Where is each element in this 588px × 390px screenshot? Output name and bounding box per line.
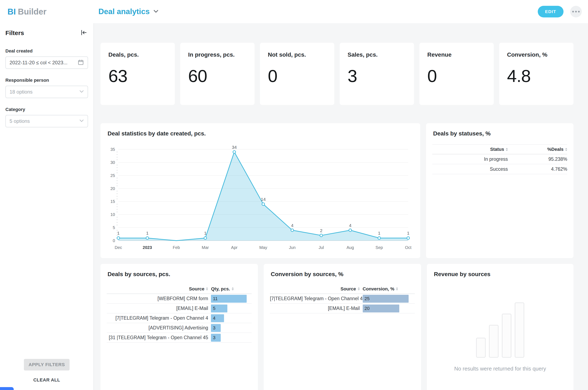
sources-table-header: Source Qty, pcs.	[107, 284, 252, 294]
column-header-deals-percent[interactable]: %Deals	[508, 147, 567, 152]
deal-created-input[interactable]: 2022-11-20 ≤ col < 2023...	[5, 56, 88, 69]
bar-value: 25	[363, 296, 370, 301]
source-label: [31 |TELEGRAM] Telegram - Open Channel 4…	[107, 335, 211, 341]
svg-text:Dec: Dec	[115, 245, 122, 250]
bar: 5	[211, 304, 227, 312]
sort-icon[interactable]	[396, 287, 398, 291]
bar-value: 3	[211, 325, 215, 331]
logo-builder: Builder	[18, 7, 47, 16]
statuses-table: Status %Deals In progress 95.238%	[432, 144, 567, 174]
sort-icon[interactable]	[565, 148, 567, 151]
chevron-down-icon	[79, 119, 84, 123]
empty-state-message: No results were returned for this query	[454, 366, 546, 372]
deals-by-sources-table: Source Qty, pcs. [WEBFORM] CRM form 11	[107, 284, 252, 343]
panel-title: Deals by sources, pcs.	[108, 271, 252, 278]
responsible-person-select[interactable]: 18 options	[5, 86, 88, 98]
sort-icon[interactable]	[506, 148, 508, 151]
svg-text:2023: 2023	[143, 245, 152, 250]
calendar-icon	[78, 59, 84, 66]
svg-text:30: 30	[111, 160, 115, 165]
source-label: [7|TELEGRAM] Telegram - Open Channel 4	[107, 315, 211, 321]
row-sources: Deals by sources, pcs. Source Qty, pcs.	[101, 264, 574, 390]
column-header-conversion[interactable]: Conversion, %	[363, 286, 398, 292]
kpi-label: Deals, pcs.	[108, 51, 167, 58]
bar: 11	[211, 295, 247, 303]
dashboard-title-dropdown[interactable]: Deal analytics	[98, 7, 158, 16]
kpi-card-deals: Deals, pcs. 63	[101, 43, 175, 105]
collapse-sidebar-button[interactable]	[79, 29, 88, 37]
source-label: [WEBFORM] CRM form	[107, 296, 211, 301]
kpi-card-not-sold: Not sold, pcs. 0	[260, 43, 334, 105]
more-options-button[interactable]	[570, 6, 582, 17]
bar-area: 5	[211, 304, 251, 312]
clear-all-button[interactable]: CLEAR ALL	[32, 377, 61, 383]
chevron-down-icon	[153, 10, 158, 14]
svg-text:20: 20	[111, 186, 115, 191]
svg-text:Sep: Sep	[376, 245, 383, 250]
sort-icon[interactable]	[206, 287, 208, 291]
svg-text:25: 25	[111, 173, 115, 178]
svg-text:1: 1	[146, 231, 149, 236]
bar-area: 3	[211, 324, 251, 332]
deal-created-value: 2022-11-20 ≤ col < 2023...	[9, 60, 67, 66]
kpi-card-sales: Sales, pcs. 3	[340, 43, 414, 105]
filter-field-deal-created: Deal created 2022-11-20 ≤ col < 2023...	[5, 48, 88, 69]
kpi-card-in-progress: In progress, pcs. 60	[180, 43, 255, 105]
chat-widget-cutoff[interactable]	[0, 387, 14, 390]
collapse-panel-icon	[80, 33, 87, 36]
svg-text:34: 34	[232, 145, 237, 149]
kpi-value: 4.8	[507, 66, 566, 86]
kpi-label: Revenue	[427, 51, 486, 58]
category-select[interactable]: 5 options	[5, 115, 88, 127]
svg-text:5: 5	[113, 225, 115, 230]
column-header-label: Qty, pcs.	[211, 286, 230, 292]
sort-icon[interactable]	[358, 287, 360, 291]
sort-icon[interactable]	[232, 287, 234, 291]
column-header-source[interactable]: Source	[107, 286, 211, 292]
column-header-qty[interactable]: Qty, pcs.	[211, 286, 234, 292]
sidebar-footer: APPLY FILTERS CLEAR ALL	[5, 359, 88, 383]
topbar: BI Builder Deal analytics EDIT	[0, 0, 588, 23]
conversion-by-sources-panel: Conversion by sources, % Source Conversi…	[264, 264, 421, 390]
column-header-status[interactable]: Status	[432, 147, 508, 152]
table-row: [WEBFORM] CRM form 11	[107, 294, 252, 304]
line-chart-svg: 05101520253035111341442411Dec2023FebMarA…	[107, 139, 414, 251]
bar: 3	[211, 324, 221, 332]
table-row: [31 |TELEGRAM] Telegram - Open Channel 4…	[107, 333, 252, 343]
filters-heading: Filters	[5, 29, 24, 37]
svg-text:4: 4	[349, 223, 352, 228]
source-label: [EMAIL] E-Mail	[107, 306, 211, 311]
svg-text:1: 1	[204, 231, 207, 236]
apply-filters-button[interactable]: APPLY FILTERS	[24, 359, 69, 371]
table-row: [EMAIL] E-Mail 5	[107, 304, 252, 313]
column-header-label: Status	[490, 147, 504, 152]
revenue-by-sources-panel: Revenue by sources No results were retur…	[427, 264, 574, 390]
svg-text:Mar: Mar	[202, 245, 209, 250]
page-title: Deal analytics	[98, 7, 150, 16]
svg-text:1: 1	[407, 231, 410, 236]
kpi-value: 63	[108, 66, 167, 86]
column-header-source[interactable]: Source	[270, 286, 363, 292]
filters-sidebar: Filters Deal created 2022-11-20 ≤ col < …	[0, 23, 94, 390]
svg-text:2: 2	[320, 228, 322, 233]
kpi-card-revenue: Revenue 0	[419, 43, 494, 105]
table-row: [ADVERTISING] Advertising 3	[107, 323, 252, 333]
svg-text:35: 35	[111, 147, 115, 152]
bar-value: 3	[211, 335, 215, 341]
filter-field-category: Category 5 options	[5, 107, 88, 127]
responsible-person-value: 18 options	[9, 89, 33, 95]
bar-value: 4	[211, 316, 215, 321]
svg-text:Feb: Feb	[173, 245, 180, 250]
svg-text:10: 10	[111, 212, 115, 217]
edit-button[interactable]: EDIT	[538, 6, 564, 17]
bar-area: 25	[363, 295, 415, 303]
kpi-row: Deals, pcs. 63 In progress, pcs. 60 Not …	[101, 43, 574, 105]
svg-text:15: 15	[111, 199, 115, 204]
bar-area: 11	[211, 295, 251, 303]
dashboard-main: Deals, pcs. 63 In progress, pcs. 60 Not …	[94, 23, 588, 390]
sources-table-header: Source Conversion, %	[270, 284, 415, 294]
svg-text:Apr: Apr	[231, 245, 237, 250]
bar-value: 20	[363, 306, 370, 311]
empty-chart-illustration	[476, 302, 524, 358]
bar-area: 20	[363, 304, 415, 312]
